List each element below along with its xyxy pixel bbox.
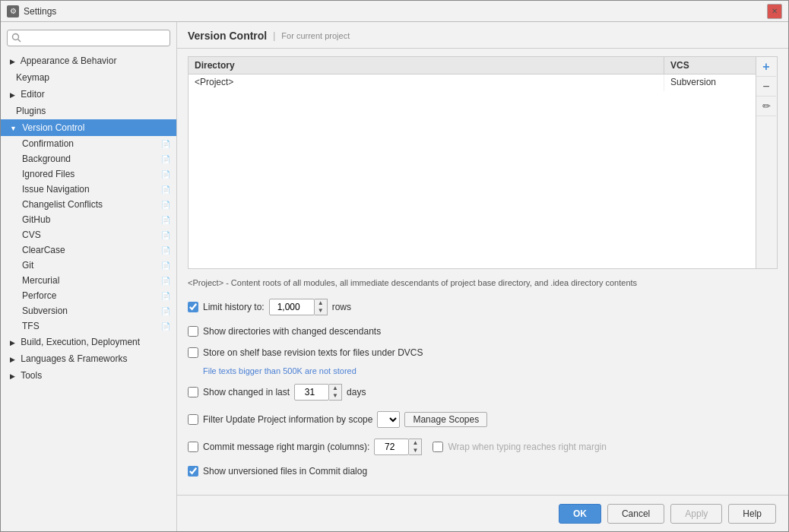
- search-box[interactable]: [7, 30, 170, 46]
- show-unversioned-label: Show unversioned files in Commit dialog: [203, 466, 367, 477]
- sidebar-item-mercurial[interactable]: Mercurial 📄: [1, 273, 176, 288]
- sidebar-item-appearance[interactable]: ▶ Appearance & Behavior: [1, 52, 176, 69]
- arrow-icon-build: ▶: [10, 339, 15, 347]
- page-icon-changelist: 📄: [161, 201, 170, 209]
- wrap-typing-checkbox[interactable]: [433, 442, 443, 452]
- store-shelf-checkbox[interactable]: [188, 347, 198, 358]
- limit-history-label-post: rows: [332, 302, 351, 312]
- sidebar-item-clearcase[interactable]: ClearCase 📄: [1, 242, 176, 258]
- footer: OK Cancel Apply Help: [177, 495, 788, 531]
- show-changed-label-pre: Show changed in last: [203, 387, 290, 397]
- title-bar-left: ⚙ Settings: [7, 5, 56, 17]
- close-button[interactable]: ✕: [767, 4, 782, 19]
- sidebar-item-plugins[interactable]: Plugins: [1, 103, 176, 119]
- add-button[interactable]: +: [756, 57, 776, 77]
- sidebar-item-tools-label: ▶ Tools: [10, 370, 42, 381]
- cell-directory: <Project>: [189, 74, 664, 91]
- main-subtitle: For current project: [281, 31, 350, 40]
- settings-window: ⚙ Settings ✕ ▶ Appearance & Behavior Key…: [0, 0, 789, 532]
- sidebar-item-languages-label: ▶ Languages & Frameworks: [10, 353, 127, 364]
- show-changed-checkbox[interactable]: [188, 387, 198, 397]
- limit-history-label-pre: Limit history to:: [203, 302, 265, 312]
- option-filter-update: Filter Update Project information by sco…: [188, 409, 778, 430]
- sidebar-item-tools[interactable]: ▶ Tools: [1, 367, 176, 384]
- sidebar-item-appearance-label: ▶ Appearance & Behavior: [10, 55, 116, 66]
- sidebar-item-perforce[interactable]: Perforce 📄: [1, 288, 176, 303]
- main-panel: Version Control | For current project Di…: [177, 22, 788, 531]
- page-icon-perforce: 📄: [161, 292, 170, 300]
- spinbox-arrows: ▲ ▼: [315, 299, 328, 315]
- scope-dropdown[interactable]: [377, 411, 400, 428]
- sidebar-item-editor[interactable]: ▶ Editor: [1, 86, 176, 103]
- page-icon-tfs: 📄: [161, 322, 170, 331]
- sidebar-item-version-control[interactable]: ▼ Version Control: [1, 119, 176, 136]
- ok-button[interactable]: OK: [559, 504, 601, 524]
- commit-margin-spinbox: ▲ ▼: [374, 439, 422, 455]
- sidebar-item-confirmation[interactable]: Confirmation 📄: [1, 136, 176, 151]
- sidebar-item-languages[interactable]: ▶ Languages & Frameworks: [1, 350, 176, 367]
- show-directories-checkbox[interactable]: [188, 326, 198, 337]
- arrow-icon: ▶: [10, 58, 15, 65]
- limit-history-checkbox[interactable]: [188, 302, 198, 312]
- app-icon: ⚙: [7, 5, 19, 17]
- page-icon-issue: 📄: [161, 185, 170, 194]
- apply-button[interactable]: Apply: [670, 504, 722, 524]
- commit-margin-checkbox[interactable]: [188, 442, 198, 452]
- vcs-table: Directory VCS <Project> Subversion: [188, 56, 756, 269]
- manage-scopes-button[interactable]: Manage Scopes: [404, 412, 487, 427]
- show-changed-down[interactable]: ▼: [329, 392, 341, 400]
- table-container: Directory VCS <Project> Subversion +: [188, 56, 778, 269]
- sidebar-item-ignored-files[interactable]: Ignored Files 📄: [1, 166, 176, 182]
- limit-history-input[interactable]: [269, 299, 315, 315]
- sidebar-item-issue-navigation[interactable]: Issue Navigation 📄: [1, 182, 176, 197]
- table-row[interactable]: <Project> Subversion: [189, 74, 756, 91]
- cell-vcs: Subversion: [664, 74, 756, 91]
- edit-button[interactable]: ✏: [756, 97, 776, 116]
- option-commit-margin: Commit message right margin (columns): ▲…: [188, 436, 778, 458]
- content-area: ▶ Appearance & Behavior Keymap ▶ Editor …: [1, 22, 788, 531]
- sidebar-item-tfs[interactable]: TFS 📄: [1, 318, 176, 334]
- page-icon-confirmation: 📄: [161, 140, 170, 148]
- sidebar-item-github[interactable]: GitHub 📄: [1, 212, 176, 227]
- remove-button[interactable]: −: [756, 77, 776, 97]
- sidebar-item-subversion[interactable]: Subversion 📄: [1, 303, 176, 318]
- commit-margin-input[interactable]: [374, 439, 409, 455]
- window-title: Settings: [24, 6, 56, 17]
- vcs-table-body[interactable]: <Project> Subversion: [189, 74, 756, 268]
- commit-margin-down[interactable]: ▼: [409, 447, 421, 454]
- cancel-button[interactable]: Cancel: [607, 504, 664, 524]
- sidebar-item-git[interactable]: Git 📄: [1, 258, 176, 273]
- col-directory: Directory: [189, 57, 664, 74]
- help-button[interactable]: Help: [728, 504, 776, 524]
- show-changed-up[interactable]: ▲: [329, 385, 341, 392]
- commit-margin-up[interactable]: ▲: [409, 439, 421, 447]
- arrow-icon-lang: ▶: [10, 356, 15, 363]
- option-show-unversioned: Show unversioned files in Commit dialog: [188, 464, 778, 479]
- title-bar: ⚙ Settings ✕: [1, 1, 788, 22]
- shelf-hint: File texts bigger than 500K are not stor…: [188, 366, 778, 375]
- filter-update-label: Filter Update Project information by sco…: [203, 414, 372, 425]
- commit-margin-label: Commit message right margin (columns):: [203, 442, 369, 452]
- commit-margin-arrows: ▲ ▼: [409, 439, 422, 455]
- show-changed-input[interactable]: [294, 384, 329, 401]
- search-input[interactable]: [7, 30, 170, 46]
- filter-update-checkbox[interactable]: [188, 414, 198, 425]
- sidebar-item-keymap[interactable]: Keymap: [1, 69, 176, 86]
- limit-history-spinbox: ▲ ▼: [269, 299, 328, 315]
- option-store-shelf: Store on shelf base revision texts for f…: [188, 345, 778, 360]
- option-limit-history: Limit history to: ▲ ▼ rows: [188, 296, 778, 318]
- spinbox-up[interactable]: ▲: [315, 299, 327, 307]
- header-separator: |: [273, 30, 275, 41]
- sidebar-item-editor-label: ▶ Editor: [10, 89, 45, 100]
- vcs-table-header: Directory VCS: [189, 57, 756, 74]
- sidebar-item-changelist-conflicts[interactable]: Changelist Conflicts 📄: [1, 197, 176, 212]
- show-changed-arrows: ▲ ▼: [329, 384, 342, 401]
- sidebar-item-background[interactable]: Background 📄: [1, 151, 176, 166]
- sidebar-item-build[interactable]: ▶ Build, Execution, Deployment: [1, 334, 176, 350]
- info-text: <Project> - Content roots of all modules…: [188, 275, 778, 290]
- spinbox-down[interactable]: ▼: [315, 307, 327, 315]
- page-icon-git: 📄: [161, 261, 170, 270]
- sidebar-item-cvs[interactable]: CVS 📄: [1, 227, 176, 242]
- main-header: Version Control | For current project: [177, 22, 788, 49]
- show-unversioned-checkbox[interactable]: [188, 466, 198, 477]
